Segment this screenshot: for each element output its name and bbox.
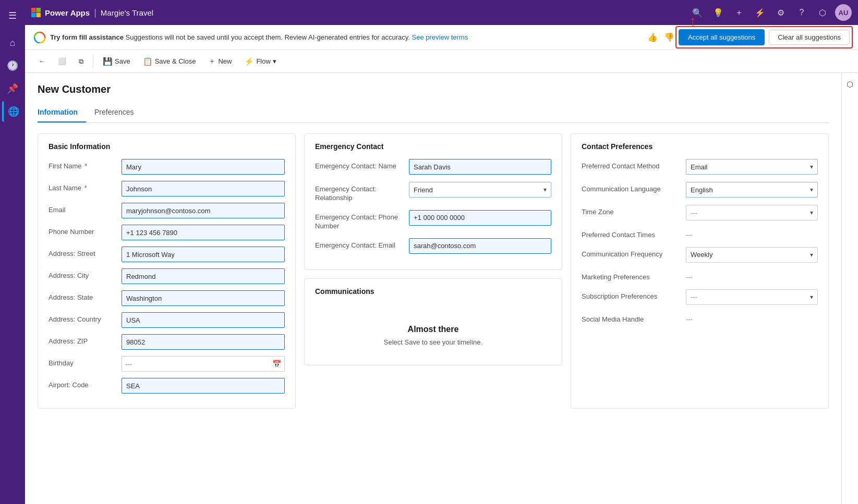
page-title: New Customer (38, 83, 829, 95)
pref-contact-times-row: Preferred Contact Times --- (582, 228, 818, 240)
zip-input[interactable] (122, 334, 285, 350)
birthday-input[interactable] (125, 360, 272, 368)
cast-icon[interactable]: ⬡ (814, 4, 831, 21)
flow-button[interactable]: ⚡ Flow ▾ (239, 55, 281, 68)
last-name-input[interactable] (122, 181, 285, 196)
zip-row: Address: ZIP (49, 334, 285, 350)
ec-relationship-value: Friend (414, 186, 433, 194)
pref-contact-method-select[interactable]: Email ▾ (686, 159, 818, 175)
sidebar-recent-icon[interactable]: 🕐 (2, 55, 23, 76)
communications-title: Communications (315, 287, 551, 296)
tab-information[interactable]: Information (38, 104, 86, 122)
calendar-icon[interactable]: 📅 (272, 360, 281, 368)
new-button[interactable]: ＋ New (203, 54, 237, 68)
pref-comm-language-select[interactable]: English ▾ (686, 182, 818, 198)
tabs: Information Preferences (38, 104, 829, 123)
phone-input[interactable] (122, 225, 285, 240)
right-strip: ⬡ (841, 73, 858, 504)
ec-phone-input[interactable] (409, 210, 551, 226)
thumbs-up-icon[interactable]: 👍 (647, 32, 658, 42)
birthday-row: Birthday 📅 (49, 356, 285, 372)
pref-contact-method-chevron-icon: ▾ (810, 163, 813, 170)
basic-info-section: Basic Information First Name * Last Name… (38, 133, 296, 409)
ec-name-input[interactable] (409, 159, 551, 175)
sidebar-pinned-icon[interactable]: 📌 (2, 78, 23, 99)
save-icon: 💾 (103, 57, 113, 66)
pref-comm-frequency-row: Communication Frequency Weekly ▾ (582, 247, 818, 263)
save-button[interactable]: 💾 Save (98, 55, 136, 68)
street-input[interactable] (122, 247, 285, 262)
flow-icon: ⚡ (244, 57, 254, 66)
svg-rect-2 (31, 13, 36, 18)
help-icon[interactable]: ? (793, 4, 810, 21)
first-name-required: * (84, 162, 87, 170)
city-label: Address: City (49, 268, 122, 280)
first-name-label: First Name * (49, 159, 122, 171)
content-area: New Customer Information Preferences Bas… (25, 73, 841, 504)
email-input[interactable] (122, 203, 285, 218)
tab-preferences[interactable]: Preferences (94, 104, 142, 122)
ec-relationship-row: Emergency Contact: Relationship Friend ▾ (315, 182, 551, 203)
app-name: Margie's Travel (101, 8, 153, 17)
pref-marketing-label: Marketing Preferences (582, 270, 686, 282)
back-button[interactable]: ← (33, 55, 51, 67)
contact-prefs-section: Contact Preferences Preferred Contact Me… (571, 133, 829, 409)
ai-bar-text: Try form fill assistance Suggestions wil… (50, 33, 641, 41)
avatar[interactable]: AU (835, 4, 852, 21)
city-input[interactable] (122, 268, 285, 284)
email-label: Email (49, 203, 122, 215)
state-input[interactable] (122, 290, 285, 306)
clear-all-button[interactable]: Clear all suggestions (769, 30, 850, 45)
pref-contact-method-label: Preferred Contact Method (582, 159, 686, 171)
pref-timezone-select[interactable]: --- ▾ (686, 205, 818, 220)
emergency-contact-section: Emergency Contact Emergency Contact: Nam… (304, 133, 562, 270)
airport-label: Airport: Code (49, 378, 122, 390)
pref-contact-times-value: --- (686, 228, 818, 239)
pref-subscription-chevron-icon: ▾ (810, 293, 813, 301)
pref-timezone-value: --- (691, 209, 697, 217)
pref-timezone-chevron-icon: ▾ (810, 209, 813, 216)
airport-row: Airport: Code (49, 378, 285, 394)
ai-bar-link[interactable]: See preview terms (412, 33, 468, 41)
ec-relationship-select[interactable]: Friend ▾ (409, 182, 551, 198)
pref-comm-language-chevron-icon: ▾ (810, 186, 813, 193)
pref-comm-language-row: Communication Language English ▾ (582, 182, 818, 198)
sidebar-home-icon[interactable]: ⌂ (2, 32, 23, 53)
first-name-input[interactable] (122, 159, 285, 175)
almost-there-text: Select Save to see your timeline. (325, 338, 541, 346)
right-panel-icon[interactable]: ⬡ (843, 77, 857, 92)
zip-label: Address: ZIP (49, 334, 122, 346)
restore-button[interactable]: ⬜ (53, 55, 71, 67)
lightbulb-icon[interactable]: 💡 (710, 4, 727, 21)
contact-prefs-title: Contact Preferences (582, 142, 818, 151)
filter-icon[interactable]: ⚡ (752, 4, 768, 21)
duplicate-icon: ⧉ (79, 57, 83, 66)
ec-email-input[interactable] (409, 238, 551, 254)
thumbs-down-icon[interactable]: 👎 (664, 32, 674, 42)
top-nav: Power Apps | Margie's Travel 🔍 💡 ＋ ⚡ ⚙ ?… (25, 0, 858, 25)
pref-subscription-select[interactable]: --- ▾ (686, 289, 818, 305)
save-close-button[interactable]: 📋 Save & Close (138, 55, 201, 68)
svg-rect-0 (31, 8, 36, 13)
ec-name-label: Emergency Contact: Name (315, 159, 409, 171)
pref-contact-method-value: Email (691, 163, 708, 171)
duplicate-button[interactable]: ⧉ (74, 55, 89, 68)
flow-label: Flow (256, 57, 270, 65)
pref-marketing-row: Marketing Preferences --- (582, 270, 818, 282)
pref-comm-frequency-select[interactable]: Weekly ▾ (686, 247, 818, 263)
sidebar-menu-icon[interactable]: ☰ (2, 5, 23, 26)
ec-relationship-label: Emergency Contact: Relationship (315, 182, 409, 203)
accept-all-button[interactable]: Accept all suggestions (679, 29, 765, 45)
country-input[interactable] (122, 312, 285, 328)
settings-icon[interactable]: ⚙ (772, 4, 789, 21)
street-row: Address: Street (49, 247, 285, 262)
add-icon[interactable]: ＋ (731, 4, 747, 21)
airport-input[interactable] (122, 378, 285, 394)
sidebar-globe-icon[interactable]: 🌐 (2, 101, 23, 122)
emergency-contact-title: Emergency Contact (315, 142, 551, 151)
back-icon: ← (39, 57, 45, 65)
country-row: Address: Country (49, 312, 285, 328)
last-name-required: * (84, 184, 87, 192)
svg-rect-3 (37, 13, 41, 18)
pref-comm-language-label: Communication Language (582, 182, 686, 194)
